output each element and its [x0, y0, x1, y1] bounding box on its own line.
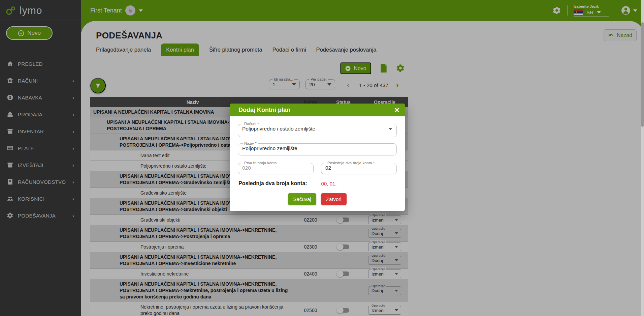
poslednja-dva-broja-value: 02 [325, 165, 331, 171]
used-numbers-label: Poslednja dva broja konta: [238, 180, 307, 186]
chevron-down-icon [388, 128, 392, 130]
modal-header: Dodaj Kontni plan × [230, 104, 405, 116]
prva-tri-broja-placeholder: 020 [242, 165, 251, 171]
racuni-select[interactable]: Računi * Poljoprivredno i ostalo zemljiš… [238, 122, 397, 137]
page-scrollbar[interactable] [641, 0, 644, 316]
close-button[interactable]: Zatvori [321, 193, 347, 205]
close-icon[interactable]: × [394, 106, 399, 114]
add-kontni-plan-modal: Dodaj Kontni plan × Računi * Poljoprivre… [230, 104, 405, 211]
naziv-input[interactable]: Naziv * Poljoprivredno zemljište [238, 141, 397, 155]
poslednja-dva-broja-label: Poslednja dva broja konta * [326, 161, 376, 165]
poslednja-dva-broja-input[interactable]: Poslednja dva broja konta * 02 [321, 161, 397, 174]
racuni-label: Računi * [243, 122, 260, 126]
modal-title: Dodaj Kontni plan [238, 107, 394, 114]
naziv-value: Poljoprivredno zemljište [242, 145, 297, 151]
save-button[interactable]: Sačuvaj [288, 193, 316, 205]
scrollbar-thumb[interactable] [641, 22, 644, 127]
modal-body: Računi * Poljoprivredno i ostalo zemljiš… [230, 116, 405, 211]
prva-tri-broja-input[interactable]: Prva tri broja konta 020 [238, 161, 314, 174]
racuni-value: Poljoprivredno i ostalo zemljište [242, 126, 315, 132]
used-numbers-note: Poslednja dva broja konta: 00, 01, [238, 180, 397, 186]
used-numbers-value: 00, 01, [321, 181, 337, 186]
prva-tri-broja-label: Prva tri broja konta [243, 161, 278, 165]
naziv-label: Naziv * [243, 141, 258, 145]
